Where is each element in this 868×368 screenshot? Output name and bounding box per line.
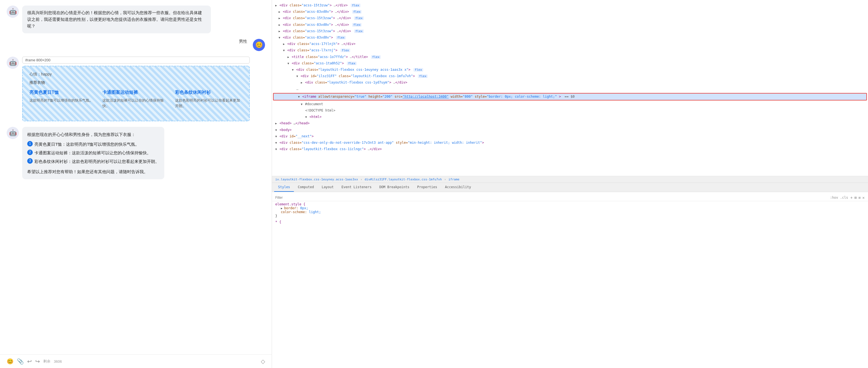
plus-icon[interactable]: + [850,195,852,200]
clothes-desc-2: 这款色彩明亮的衬衫可以让你看起来更加开朗。 [175,98,243,109]
bot-avatar-iframe: 🤖 [7,57,19,69]
dom-line-body[interactable]: <body> [272,127,868,133]
dom-line-head[interactable]: <head> …</head> [272,120,868,127]
triangle-10[interactable] [292,68,293,71]
message-row-bot-3: 🤖 根据您现在的开心心情和男性身份，我为您推荐以下衣服： 1 亮黄色夏日T恤：这… [7,127,265,179]
tab-event-listeners[interactable]: Event Listeners [338,183,375,192]
user-text: 男性 [239,39,247,44]
dom-line-html[interactable]: <html> [272,114,868,120]
triangle-6[interactable] [283,42,285,45]
dom-line-doctype: <!DOCTYPE html> [272,108,868,114]
triangle-4[interactable] [279,30,280,33]
triangle-document[interactable] [301,103,303,106]
redo-icon[interactable]: ↪ [35,358,40,365]
bc-item-2[interactable]: iframe [448,178,460,181]
dom-line-8[interactable]: <title class="acss-1o7ffdz"> …</title> f… [272,54,868,60]
emoji-icon[interactable]: 😊 [7,358,13,365]
close-icon[interactable]: ✕ [863,195,865,200]
triangle-11[interactable] [297,75,298,78]
bot-outro-text: 希望以上推荐对您有帮助！如果您还有其他问题，请随时告诉我。 [27,168,159,175]
dom-line-3[interactable]: <div class="acss-83vd0v"> …</div> flex [272,22,868,28]
tab-layout[interactable]: Layout [318,183,337,192]
universal-rule: * { [272,219,868,225]
dom-line-cssdev[interactable]: <div class="css-dev-only-do-not-override… [272,140,868,146]
dom-line-iframe[interactable]: <iframe allowtransparency="true" height=… [274,94,866,100]
tab-properties[interactable]: Properties [413,183,441,192]
dom-line-12[interactable]: <div class="layoutkit-flexbox css-1yd7uy… [272,80,868,86]
dom-line-2[interactable]: <div class="acss-15t3zuw"> …</div> flex [272,15,868,21]
message-bubble-bot-3: 根据您现在的开心心情和男性身份，我为您推荐以下衣服： 1 亮黄色夏日T恤：这款明… [22,127,164,179]
clothes-desc-0: 这款明亮的T恤可以增强你的快乐气氛。 [29,98,97,103]
recommend-label: 推荐衣物 [29,80,243,85]
element-style-rule: element.style { ▶ border: 0px; color-sch… [272,201,868,219]
triangle-8[interactable] [287,56,289,59]
clothes-name-2: 彩色条纹休闲衬衫 [175,90,243,95]
dom-line-1[interactable]: <div class="acss-83vd0v"> …</div> flex [272,9,868,15]
triangle-iframe[interactable] [298,95,300,98]
numbered-text-1: 卡通图案运动短裤：这款活泼的短裤可以让您的心情保持愉快。 [34,149,151,156]
dom-line-7[interactable]: <div class="acss-l7xrnj"> flex [272,47,868,54]
chat-panel: 🤖 很高兴听到您现在的心情是开心的！根据您的心情，我可以为您推荐一些衣服。但在给… [0,0,272,368]
triangle-layoutkit[interactable] [275,148,277,151]
clothes-grid: 亮黄色夏日T恤 这款明亮的T恤可以增强你的快乐气氛。 卡通图案运动短裤 这款活泼… [29,90,243,109]
chat-messages: 🤖 很高兴听到您现在的心情是开心的！根据您的心情，我可以为您推荐一些衣服。但在给… [0,0,272,355]
undo-icon[interactable]: ↩ [27,358,32,365]
triangle-next[interactable] [275,135,277,138]
message-row-user: 😊 男性 [7,39,265,51]
triangle-12[interactable] [301,81,303,84]
dom-line-0[interactable]: <div class="acss-15t3zuw"> …</div> flex [272,2,868,9]
chat-footer: 😊 📎 ↩ ↪ 剩余 3606 ◇ [0,355,272,368]
element-style-close: } [275,214,865,218]
filter-input[interactable] [275,196,828,200]
numbered-item-2: 3 彩色条纹休闲衬衫：这款色彩明亮的衬衫可以让您看起来更加开朗。 [27,158,159,165]
dom-line-layoutkit[interactable]: <div class="layoutkit-flexbox css-1iclng… [272,146,868,152]
dom-line-document[interactable]: #document [272,101,868,108]
triangle-cssdev[interactable] [275,141,277,144]
dom-line-9[interactable]: <div class="acss-1ta0h52"> flex [272,60,868,67]
clothes-name-0: 亮黄色夏日T恤 [29,90,97,95]
triangle-0[interactable] [275,4,277,7]
numbered-text-0: 亮黄色夏日T恤：这款明亮的T恤可以增强您的快乐气氛。 [34,141,139,148]
styles-panel: :hov .cls + ⊞ ≡ ✕ element.style { ▶ bord… [272,192,868,368]
border-prop: ▶ border: 0px; [275,206,865,210]
clothes-item-0: 亮黄色夏日T恤 这款明亮的T恤可以增强你的快乐气氛。 [29,90,97,109]
triangle-html[interactable] [305,116,307,119]
numbered-text-2: 彩色条纹休闲衬衫：这款色彩明亮的衬衫可以让您看起来更加开朗。 [34,158,159,165]
element-style-selector: element.style { [275,202,865,206]
dom-line-next[interactable]: <div id="__next"> [272,133,868,140]
tab-accessibility[interactable]: Accessibility [441,183,475,192]
triangle-2[interactable] [279,17,280,20]
triangle-3[interactable] [279,23,280,26]
iframe-tooltip: iframe 800×200 [22,57,250,64]
filter-bar: :hov .cls + ⊞ ≡ ✕ [272,194,868,201]
tab-computed[interactable]: Computed [294,183,318,192]
triangle-1[interactable] [279,10,280,13]
color-scheme-prop: color-scheme: light; [275,210,865,214]
devtools-breadcrumb: iv.layoutkit-flexbox.css-1euyney.acss-1a… [272,176,868,183]
message-row-bot-1: 🤖 很高兴听到您现在的心情是开心的！根据您的心情，我可以为您推荐一些衣服。但在给… [7,5,265,33]
send-icon[interactable]: ◇ [261,358,265,365]
filter-hint: :hov .cls [830,196,848,200]
bot-text-1: 很高兴听到您现在的心情是开心的！根据您的心情，我可以为您推荐一些衣服。但在给出具… [27,10,202,28]
bc-item-1[interactable]: div#ilsz31FF.layoutkit-flexbox.css-1mfu7… [365,178,442,181]
attachment-icon[interactable]: 📎 [17,358,24,365]
dom-line-4[interactable]: <div class="acss-15t3zuw"> …</div> flex [272,28,868,34]
tab-dom-breakpoints[interactable]: DOM Breakpoints [375,183,413,192]
remaining-count: 3606 [54,359,62,364]
triangle-5[interactable] [279,36,280,39]
triangle-head[interactable] [275,122,277,125]
dom-line-6[interactable]: <div class="acss-17tlnjh"> …</div> [272,41,868,47]
bot-intro-text: 根据您现在的开心心情和男性身份，我为您推荐以下衣服： [27,131,159,138]
grid-icon[interactable]: ⊞ [855,195,857,200]
tab-styles[interactable]: Styles [274,183,294,192]
triangle-9[interactable] [287,62,289,65]
bc-item-0[interactable]: iv.layoutkit-flexbox.css-1euyney.acss-1a… [275,178,358,181]
dom-line-10[interactable]: <div class="layoutkit-flexbox css-1euyne… [272,67,868,73]
iframe-block: 心情：happy 推荐衣物 亮黄色夏日T恤 这款明亮的T恤可以增强你的快乐气氛。… [22,66,250,121]
menu-icon[interactable]: ≡ [858,195,861,200]
triangle-body[interactable] [275,128,277,131]
dom-line-11[interactable]: <div id="ilsz31FF" class="layoutkit-flex… [272,73,868,80]
devtools-panel: <div class="acss-15t3zuw"> …</div> flex … [272,0,868,368]
dom-line-5[interactable]: <div class="acss-83vd0v"> flex [272,34,868,41]
triangle-7[interactable] [283,49,285,52]
